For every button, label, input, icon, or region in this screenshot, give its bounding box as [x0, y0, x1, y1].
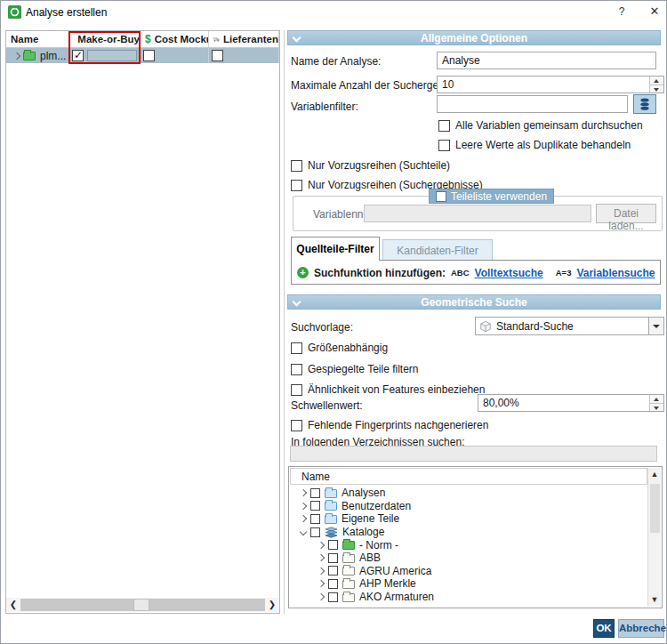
- tree-item-agru-america[interactable]: AGRU America: [290, 565, 647, 578]
- mirrored-parts-checkbox[interactable]: [291, 364, 302, 375]
- expand-chevron-icon[interactable]: [317, 593, 325, 600]
- expand-chevron-icon[interactable]: [317, 568, 325, 575]
- spin-up-icon[interactable]: [650, 395, 663, 403]
- cancel-button[interactable]: Abbrechen: [618, 619, 664, 638]
- row-cost-mockup-cell[interactable]: [141, 48, 209, 63]
- search-template-dropdown[interactable]: Standard-Suche: [475, 317, 664, 335]
- spin-down-icon[interactable]: [650, 85, 663, 93]
- scroll-left-icon[interactable]: ❮: [6, 598, 20, 612]
- column-header-name[interactable]: Name: [6, 31, 69, 47]
- add-icon: +: [297, 267, 309, 278]
- checkbox-row-size-dependent[interactable]: Größenabhängig: [291, 342, 388, 354]
- tree-checkbox[interactable]: [328, 540, 338, 550]
- feature-similarity-checkbox[interactable]: [291, 384, 302, 396]
- variable-filter-input[interactable]: [437, 95, 628, 113]
- cost-mockup-checkbox[interactable]: [143, 50, 155, 61]
- column-header-lieferanten[interactable]: Lieferanten: [209, 31, 279, 47]
- vertical-scrollbar[interactable]: ▲ ▼: [647, 468, 661, 607]
- parts-list-checkbox[interactable]: [436, 191, 446, 202]
- tree-item-kataloge[interactable]: Kataloge: [290, 526, 647, 539]
- collapse-chevron-icon[interactable]: [300, 528, 307, 535]
- section-header-geometric[interactable]: Geometrische Suche: [287, 294, 661, 310]
- checkbox-row-feature-similarity[interactable]: Ähnlichkeit von Features einbeziehen: [291, 383, 485, 396]
- tab-quellteile-filter[interactable]: Quellteile-Filter: [291, 237, 380, 261]
- section-header-general[interactable]: Allgemeine Optionen: [287, 30, 661, 45]
- expand-chevron-icon[interactable]: [300, 515, 307, 522]
- directories-input: [290, 446, 657, 462]
- help-button[interactable]: ?: [613, 4, 631, 20]
- fulltext-search-link[interactable]: Volltextsuche: [475, 267, 543, 279]
- expand-chevron-icon[interactable]: [300, 503, 307, 510]
- scrollbar-thumb[interactable]: [650, 484, 660, 533]
- checkbox-row-empty-duplicates[interactable]: Leere Werte als Duplikate behandeln: [438, 139, 631, 151]
- directory-tree: Name Analysen Benutzerdaten: [288, 466, 663, 608]
- row-name-cell[interactable]: plm...: [6, 48, 69, 63]
- row-lieferanten-cell[interactable]: [209, 48, 279, 63]
- tree-item-abb[interactable]: ABB: [290, 551, 647, 565]
- pref-search-parts-checkbox[interactable]: [291, 160, 302, 172]
- tree-checkbox[interactable]: [328, 579, 338, 589]
- row-make-or-buy-cell[interactable]: [69, 48, 141, 63]
- scroll-down-icon[interactable]: ▼: [648, 593, 661, 607]
- tree-checkbox[interactable]: [310, 514, 320, 524]
- spin-down-icon[interactable]: [650, 403, 663, 412]
- expand-chevron-icon[interactable]: [317, 554, 325, 561]
- checkbox-row-pref-search-parts[interactable]: Nur Vorzugsreihen (Suchteile): [291, 159, 450, 172]
- scrollbar-thumb[interactable]: [133, 599, 149, 611]
- analysis-name-input[interactable]: [437, 52, 656, 69]
- tree-checkbox[interactable]: [328, 592, 338, 602]
- checkbox-row-all-variables[interactable]: Alle Variablen gemeinsam durchsuchen: [438, 119, 643, 132]
- checkbox-row-fingerprints[interactable]: Fehlende Fingerprints nachgenerieren: [291, 419, 488, 431]
- tree-item-ahp-merkle[interactable]: AHP Merkle: [290, 577, 647, 591]
- expand-chevron-icon[interactable]: [300, 489, 307, 496]
- folder-green-icon: [23, 52, 36, 60]
- expand-chevron-icon[interactable]: [317, 580, 325, 587]
- tree-checkbox[interactable]: [310, 527, 320, 537]
- spin-up-icon[interactable]: [650, 76, 663, 85]
- column-header-make-or-buy[interactable]: Make-or-Buy: [69, 31, 141, 47]
- database-icon: [639, 98, 650, 111]
- ok-button[interactable]: OK: [593, 619, 615, 638]
- tree-checkbox[interactable]: [328, 566, 338, 576]
- horizontal-scrollbar[interactable]: ❮ ❯: [6, 598, 279, 612]
- lieferanten-checkbox[interactable]: [212, 50, 223, 61]
- parts-list-toggle[interactable]: Teileliste verwenden: [429, 189, 554, 204]
- tab-kandidaten-filter[interactable]: Kandidaten-Filter: [382, 239, 493, 261]
- variable-filter-database-button[interactable]: [633, 94, 656, 114]
- fingerprints-checkbox[interactable]: [291, 420, 302, 431]
- tree-item-norm[interactable]: - Norm -: [290, 538, 647, 551]
- folder-white-icon: [342, 593, 355, 602]
- tree-item-eigene-teile[interactable]: Eigene Teile: [290, 512, 647, 526]
- expand-chevron-icon[interactable]: [317, 541, 325, 548]
- all-variables-checkbox[interactable]: [438, 120, 450, 132]
- size-dependent-checkbox[interactable]: [291, 342, 302, 354]
- table-row[interactable]: plm...: [6, 48, 279, 63]
- scroll-right-icon[interactable]: ❯: [265, 598, 279, 612]
- make-or-buy-checkbox[interactable]: [72, 50, 84, 61]
- column-header-cost-mockup[interactable]: $ Cost Mockup: [141, 31, 209, 47]
- tree-item-analysen[interactable]: Analysen: [290, 487, 647, 500]
- pref-search-results-checkbox[interactable]: [291, 180, 302, 191]
- tree-checkbox[interactable]: [328, 553, 338, 563]
- max-results-stepper[interactable]: 10: [437, 76, 664, 93]
- tree-column-header[interactable]: Name: [290, 468, 647, 485]
- dropdown-arrow-icon[interactable]: [648, 318, 663, 334]
- empty-duplicates-checkbox[interactable]: [438, 140, 450, 151]
- tree-item-ako-armaturen[interactable]: AKO Armaturen: [290, 591, 647, 604]
- scroll-up-icon[interactable]: ▲: [648, 468, 661, 481]
- folder-white-icon: [342, 580, 355, 589]
- scrollbar-track[interactable]: [20, 599, 265, 611]
- variable-search-link[interactable]: Variablensuche: [576, 267, 655, 279]
- checkbox-row-mirrored-parts[interactable]: Gespiegelte Teile filtern: [291, 363, 419, 375]
- threshold-stepper[interactable]: 80,00%: [478, 394, 664, 412]
- expand-chevron-icon[interactable]: [13, 52, 20, 59]
- chevron-down-icon[interactable]: [293, 34, 301, 43]
- table-header-row: Name Make-or-Buy $ Cost Mockup: [6, 31, 279, 48]
- load-file-button: Datei laden...: [596, 204, 656, 223]
- tree-checkbox[interactable]: [310, 501, 320, 511]
- close-icon[interactable]: ✕: [646, 4, 663, 20]
- cube-icon: [479, 320, 492, 333]
- tree-item-benutzerdaten[interactable]: Benutzerdaten: [290, 500, 647, 513]
- chevron-down-icon[interactable]: [293, 298, 301, 307]
- tree-checkbox[interactable]: [310, 488, 320, 498]
